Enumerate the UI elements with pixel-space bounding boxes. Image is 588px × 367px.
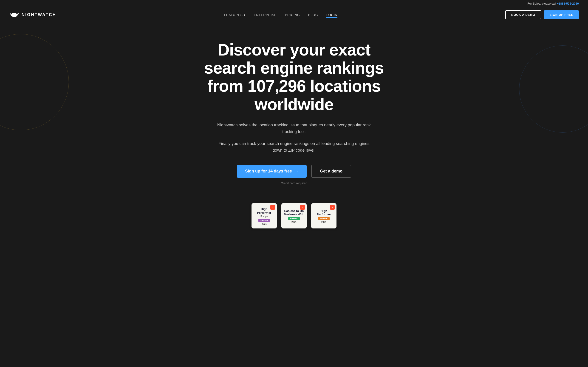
sign-up-nav-button[interactable]: SIGN UP FREE bbox=[544, 10, 579, 19]
book-demo-button[interactable]: BOOK A DEMO bbox=[505, 10, 541, 19]
nav-actions: BOOK A DEMO SIGN UP FREE bbox=[505, 10, 579, 19]
g2-logo-europe: G bbox=[270, 205, 275, 210]
svg-point-2 bbox=[13, 15, 14, 15]
g2-logo-easiest: G bbox=[300, 205, 305, 210]
svg-text:G: G bbox=[302, 207, 303, 208]
hero-description: Finally you can track your search engine… bbox=[214, 140, 374, 154]
svg-text:G: G bbox=[272, 207, 273, 208]
decorative-circle-left bbox=[0, 34, 69, 130]
logo-text: NIGHTWATCH bbox=[22, 12, 56, 17]
features-label: FEATURES bbox=[224, 13, 243, 17]
badges-container: G High Performer Europe SPRING 2021 G Ea… bbox=[9, 199, 579, 242]
hero-section: Discover your exact search engine rankin… bbox=[0, 23, 588, 256]
sales-text: For Sales, please call bbox=[527, 2, 557, 5]
pricing-label: PRICING bbox=[285, 13, 300, 17]
phone-link[interactable]: +1888-525-2060 bbox=[557, 2, 579, 5]
nav-item-pricing[interactable]: PRICING bbox=[285, 13, 300, 17]
main-nav: NIGHTWATCH FEATURES ▾ ENTERPRISE PRICING… bbox=[0, 7, 588, 23]
decorative-circle-right bbox=[519, 45, 588, 133]
top-bar: For Sales, please call +1888-525-2060 bbox=[0, 0, 588, 7]
g2-logo-high: G bbox=[330, 205, 335, 210]
logo-link[interactable]: NIGHTWATCH bbox=[9, 12, 56, 18]
nav-item-blog[interactable]: BLOG bbox=[308, 13, 318, 17]
badge-easiest-business: G Easiest To Do Business With SPRING 202… bbox=[281, 203, 307, 228]
badge-high-year: 2021 bbox=[321, 221, 326, 223]
hero-subtitle: Nightwatch solves the location tracking … bbox=[214, 122, 374, 135]
svg-point-3 bbox=[15, 15, 15, 15]
credit-card-note: Credit card required bbox=[9, 181, 579, 185]
signup-label: Sign up for 14 days free bbox=[245, 169, 292, 174]
nav-links: FEATURES ▾ ENTERPRISE PRICING BLOG LOGIN bbox=[224, 13, 337, 17]
badge-high-performer: G High Performer SPRING 2021 bbox=[311, 203, 337, 228]
logo-icon bbox=[9, 12, 19, 18]
badge-high-performer-europe: G High Performer Europe SPRING 2021 bbox=[251, 203, 277, 228]
badge-easiest-year: 2021 bbox=[292, 221, 296, 223]
badge-easiest-season: SPRING bbox=[288, 217, 300, 220]
nav-item-login[interactable]: LOGIN bbox=[326, 13, 338, 17]
enterprise-label: ENTERPRISE bbox=[254, 13, 277, 17]
hero-buttons: Sign up for 14 days free → Get a demo bbox=[9, 165, 579, 178]
arrow-right-icon: → bbox=[294, 169, 298, 174]
hero-title: Discover your exact search engine rankin… bbox=[191, 41, 397, 114]
badge-easiest-title: Easiest To Do Business With bbox=[284, 209, 304, 216]
badge-europe-subtitle: Europe bbox=[260, 215, 268, 218]
blog-label: BLOG bbox=[308, 13, 318, 17]
get-demo-button[interactable]: Get a demo bbox=[311, 165, 351, 178]
nav-item-enterprise[interactable]: ENTERPRISE bbox=[254, 13, 277, 17]
badge-high-season: SPRING bbox=[318, 217, 330, 220]
badge-europe-year: 2021 bbox=[262, 223, 267, 225]
svg-text:G: G bbox=[332, 207, 333, 208]
signup-free-button[interactable]: Sign up for 14 days free → bbox=[237, 165, 307, 178]
login-label: LOGIN bbox=[326, 13, 338, 17]
badge-high-title: High Performer bbox=[313, 209, 334, 216]
features-arrow-icon: ▾ bbox=[244, 13, 246, 17]
badge-europe-season: SPRING bbox=[258, 219, 270, 222]
nav-item-features[interactable]: FEATURES ▾ bbox=[224, 13, 246, 17]
